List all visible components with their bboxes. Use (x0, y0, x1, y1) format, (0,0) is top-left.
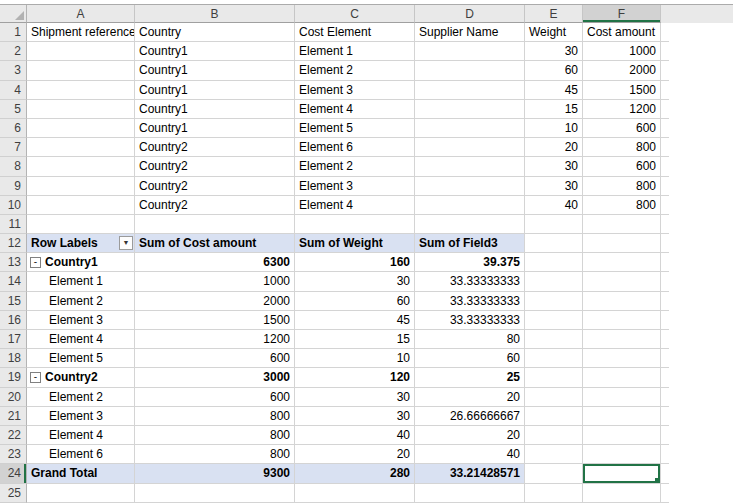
cell-D1[interactable]: Supplier Name (415, 23, 525, 42)
cell-C18[interactable]: 10 (295, 349, 415, 368)
cell-D17[interactable]: 80 (415, 330, 525, 349)
cell-D14[interactable]: 33.33333333 (415, 272, 525, 291)
cell-F8[interactable]: 600 (583, 157, 661, 176)
row-header-11[interactable]: 11 (0, 215, 27, 234)
cell-F23[interactable] (583, 445, 661, 464)
row-header-8[interactable]: 8 (0, 157, 27, 176)
cell-C11[interactable] (295, 215, 415, 234)
cell-B16[interactable]: 1500 (135, 311, 295, 330)
cell-D12[interactable]: Sum of Field3 (415, 234, 525, 253)
cell-B8[interactable]: Country2 (135, 157, 295, 176)
cell-D9[interactable] (415, 177, 525, 196)
column-header-c[interactable]: C (295, 5, 415, 23)
cell-F15[interactable] (583, 292, 661, 311)
cell-F17[interactable] (583, 330, 661, 349)
cell-D19[interactable]: 25 (415, 368, 525, 387)
cell-A19[interactable]: -Country2 (27, 368, 135, 387)
cell-F7[interactable]: 800 (583, 138, 661, 157)
cell-B20[interactable]: 600 (135, 388, 295, 407)
cell-E5[interactable]: 15 (525, 100, 583, 119)
cell-B10[interactable]: Country2 (135, 196, 295, 215)
row-header-14[interactable]: 14 (0, 272, 27, 291)
cell-D25[interactable] (415, 484, 525, 503)
cell-B18[interactable]: 600 (135, 349, 295, 368)
cell-D16[interactable]: 33.33333333 (415, 311, 525, 330)
cell-A16[interactable]: Element 3 (27, 311, 135, 330)
cell-C1[interactable]: Cost Element (295, 23, 415, 42)
cell-D20[interactable]: 20 (415, 388, 525, 407)
cell-E24[interactable] (525, 464, 583, 483)
cell-F12[interactable] (583, 234, 661, 253)
cell-C7[interactable]: Element 6 (295, 138, 415, 157)
cell-A6[interactable] (27, 119, 135, 138)
cell-E8[interactable]: 30 (525, 157, 583, 176)
cell-A20[interactable]: Element 2 (27, 388, 135, 407)
cell-B25[interactable] (135, 484, 295, 503)
cell-D24[interactable]: 33.21428571 (415, 464, 525, 483)
cell-E20[interactable] (525, 388, 583, 407)
row-header-5[interactable]: 5 (0, 100, 27, 119)
cell-D21[interactable]: 26.66666667 (415, 407, 525, 426)
cell-F6[interactable]: 600 (583, 119, 661, 138)
cell-F25[interactable] (583, 484, 661, 503)
cell-A8[interactable] (27, 157, 135, 176)
cell-E7[interactable]: 20 (525, 138, 583, 157)
row-header-3[interactable]: 3 (0, 61, 27, 80)
cell-C21[interactable]: 30 (295, 407, 415, 426)
cell-E23[interactable] (525, 445, 583, 464)
row-header-23[interactable]: 23 (0, 445, 27, 464)
cell-B9[interactable]: Country2 (135, 177, 295, 196)
cell-E4[interactable]: 45 (525, 81, 583, 100)
cell-A13[interactable]: -Country1 (27, 253, 135, 272)
cell-F10[interactable]: 800 (583, 196, 661, 215)
cell-B14[interactable]: 1000 (135, 272, 295, 291)
cell-B21[interactable]: 800 (135, 407, 295, 426)
cell-F14[interactable] (583, 272, 661, 291)
cell-E2[interactable]: 30 (525, 42, 583, 61)
row-header-4[interactable]: 4 (0, 81, 27, 100)
cell-D2[interactable] (415, 42, 525, 61)
cell-E15[interactable] (525, 292, 583, 311)
cell-F22[interactable] (583, 426, 661, 445)
cell-C5[interactable]: Element 4 (295, 100, 415, 119)
column-header-d[interactable]: D (415, 5, 525, 23)
cell-C23[interactable]: 20 (295, 445, 415, 464)
cell-E14[interactable] (525, 272, 583, 291)
cell-C15[interactable]: 60 (295, 292, 415, 311)
cell-C12[interactable]: Sum of Weight (295, 234, 415, 253)
cell-A5[interactable] (27, 100, 135, 119)
row-header-12[interactable]: 12 (0, 234, 27, 253)
select-all-button[interactable] (0, 5, 27, 23)
cell-E1[interactable]: Weight (525, 23, 583, 42)
row-labels-filter-button[interactable]: ▼ (119, 236, 133, 250)
cell-C9[interactable]: Element 3 (295, 177, 415, 196)
cell-F24[interactable] (583, 464, 661, 483)
cell-D3[interactable] (415, 61, 525, 80)
row-header-10[interactable]: 10 (0, 196, 27, 215)
cell-E18[interactable] (525, 349, 583, 368)
cell-F4[interactable]: 1500 (583, 81, 661, 100)
cell-A23[interactable]: Element 6 (27, 445, 135, 464)
cell-C22[interactable]: 40 (295, 426, 415, 445)
cell-A25[interactable] (27, 484, 135, 503)
cell-B1[interactable]: Country (135, 23, 295, 42)
row-header-20[interactable]: 20 (0, 388, 27, 407)
cell-D5[interactable] (415, 100, 525, 119)
cell-D11[interactable] (415, 215, 525, 234)
cell-F11[interactable] (583, 215, 661, 234)
cell-E6[interactable]: 10 (525, 119, 583, 138)
cell-B13[interactable]: 6300 (135, 253, 295, 272)
cell-A7[interactable] (27, 138, 135, 157)
column-header-a[interactable]: A (27, 5, 135, 23)
row-header-13[interactable]: 13 (0, 253, 27, 272)
cell-A14[interactable]: Element 1 (27, 272, 135, 291)
cell-D15[interactable]: 33.33333333 (415, 292, 525, 311)
collapse-button[interactable]: - (30, 372, 41, 383)
row-header-19[interactable]: 19 (0, 368, 27, 387)
collapse-button[interactable]: - (30, 257, 41, 268)
cell-A12[interactable]: Row Labels▼ (27, 234, 135, 253)
cell-E16[interactable] (525, 311, 583, 330)
column-header-e[interactable]: E (525, 5, 583, 23)
cell-F3[interactable]: 2000 (583, 61, 661, 80)
cell-E9[interactable]: 30 (525, 177, 583, 196)
